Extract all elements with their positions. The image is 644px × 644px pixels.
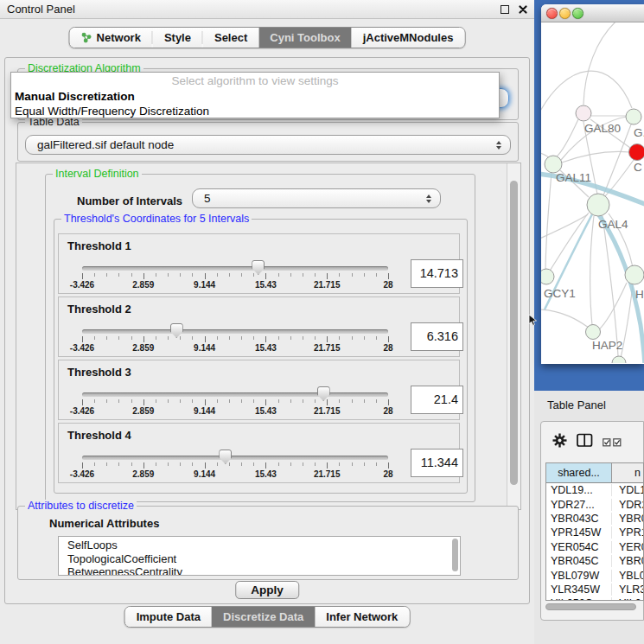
network-node[interactable]: [626, 109, 641, 124]
table-row[interactable]: YDL19...YDL1: [546, 483, 643, 497]
tab-cyni-toolbox[interactable]: Cyni Toolbox: [258, 28, 351, 48]
threshold-slider[interactable]: [82, 392, 388, 397]
tab-select[interactable]: Select: [203, 28, 258, 48]
table-row[interactable]: YLR345WYLR3: [546, 583, 643, 596]
network-edge[interactable]: [549, 213, 589, 272]
network-edge[interactable]: [545, 173, 552, 273]
close-traffic-light[interactable]: [546, 8, 558, 19]
cell-name[interactable]: YBR0: [612, 555, 643, 567]
threshold-value-field[interactable]: 14.713: [411, 259, 463, 288]
table-row[interactable]: YIL052CYIL0: [546, 596, 643, 601]
network-window[interactable]: GAL80G.CGAL11GAL4GCY1HHAP2: [541, 4, 644, 364]
threshold-value-field[interactable]: 6.316: [411, 322, 463, 351]
cell-shared-name[interactable]: YLR345W: [546, 583, 612, 596]
network-window-titlebar[interactable]: [541, 4, 644, 22]
vertical-scrollbar[interactable]: [507, 163, 520, 509]
cell-shared-name[interactable]: YDR27...: [546, 499, 612, 511]
network-node[interactable]: [612, 356, 626, 363]
tab-network[interactable]: Network: [70, 28, 152, 48]
cell-name[interactable]: YLR3: [612, 583, 643, 596]
network-node[interactable]: [545, 156, 562, 173]
zoom-traffic-light[interactable]: [572, 8, 583, 19]
network-node[interactable]: [625, 265, 644, 284]
column-header-shared-name[interactable]: shared...: [546, 463, 612, 482]
tab-infer-network[interactable]: Infer Network: [315, 607, 409, 627]
attr-items-container: SelfLoopsTopologicalCoefficientBetweenne…: [59, 539, 460, 576]
threshold-slider[interactable]: [82, 456, 388, 460]
network-edge[interactable]: [583, 22, 621, 105]
tab-discretize-data[interactable]: Discretize Data: [212, 607, 315, 627]
network-node[interactable]: [587, 194, 609, 216]
right-region: GAL80G.CGAL11GAL4GCY1HHAP2 Table Panel: [534, 0, 644, 644]
tab-jactivemnodules[interactable]: jActiveMNodules: [352, 28, 465, 48]
cell-name[interactable]: YDR2: [612, 499, 643, 511]
tab-label: Impute Data: [137, 610, 201, 623]
network-node[interactable]: [576, 105, 591, 121]
network-canvas[interactable]: GAL80G.CGAL11GAL4GCY1HHAP2: [541, 22, 644, 363]
network-desktop-background: GAL80G.CGAL11GAL4GCY1HHAP2: [534, 0, 644, 391]
cell-name[interactable]: YIL0: [612, 597, 643, 601]
horizontal-scrollbar[interactable]: [545, 603, 642, 612]
number-of-intervals-value: 5: [204, 192, 211, 205]
close-icon[interactable]: [518, 4, 527, 14]
threshold-value-field[interactable]: 11.344: [411, 449, 463, 477]
float-window-icon[interactable]: [501, 5, 509, 14]
apply-button[interactable]: Apply: [235, 581, 299, 599]
select-columns-icon[interactable]: [603, 438, 622, 447]
table-data-combobox[interactable]: galFiltered.sif default node: [25, 135, 511, 155]
cell-shared-name[interactable]: YDL19...: [546, 484, 612, 496]
table-row[interactable]: YER054CYER0: [546, 540, 643, 554]
cell-shared-name[interactable]: YIL052C: [546, 597, 612, 601]
cell-shared-name[interactable]: YPR145W: [546, 526, 612, 539]
horizontal-scrollbar-thumb[interactable]: [545, 603, 636, 610]
cell-shared-name[interactable]: YBR043C: [546, 513, 612, 525]
cell-name[interactable]: YPR1: [612, 526, 643, 539]
threshold-slider[interactable]: [82, 266, 388, 271]
list-scrollbar-thumb[interactable]: [452, 539, 458, 571]
network-edge[interactable]: [599, 283, 627, 329]
node-table[interactable]: shared... n YDL19...YDL1YDR27...YDR2YBR0…: [545, 462, 644, 601]
table-row[interactable]: YPR145WYPR1: [546, 526, 643, 539]
threshold-slider[interactable]: [82, 329, 388, 334]
table-panel-title: Table Panel: [547, 399, 606, 411]
cell-name[interactable]: YER0: [612, 541, 643, 553]
cell-shared-name[interactable]: YER054C: [546, 541, 612, 553]
threshold-panel: Threshold 3 -3.4262.8599.14415.4321.7152…: [58, 360, 460, 420]
slider-ticks: [82, 462, 388, 469]
gear-icon[interactable]: [552, 433, 567, 451]
attribute-list-item[interactable]: BetweennessCentrality: [59, 565, 460, 576]
network-edge[interactable]: [556, 119, 578, 157]
tab-style[interactable]: Style: [153, 28, 202, 48]
combo-arrows-icon: [496, 141, 501, 150]
network-edge[interactable]: [562, 152, 629, 163]
network-edge[interactable]: [541, 309, 589, 328]
column-header-name[interactable]: n: [612, 463, 643, 482]
split-columns-icon[interactable]: [577, 433, 593, 451]
algorithm-option[interactable]: Equal Width/Frequency Discretization: [11, 104, 499, 118]
table-row[interactable]: YDR27...YDR2: [546, 497, 643, 511]
algorithm-option[interactable]: Manual Discretization: [11, 89, 499, 104]
number-of-intervals-combobox[interactable]: 5: [192, 188, 441, 208]
tab-impute-data[interactable]: Impute Data: [125, 607, 212, 627]
network-node-label: GAL4: [598, 218, 628, 231]
network-graph[interactable]: GAL80G.CGAL11GAL4GCY1HHAP2: [541, 22, 644, 363]
minimize-traffic-light[interactable]: [559, 8, 571, 19]
table-row[interactable]: YBR043CYBR0: [546, 512, 643, 526]
network-node[interactable]: [586, 325, 601, 340]
attribute-list-item[interactable]: SelfLoops: [59, 539, 460, 552]
network-edge[interactable]: [590, 216, 594, 325]
attribute-list-item[interactable]: TopologicalCoefficient: [59, 552, 460, 566]
cell-name[interactable]: YBL0: [612, 570, 643, 582]
network-node[interactable]: [541, 269, 554, 284]
cell-shared-name[interactable]: YBL079W: [546, 570, 612, 582]
threshold-value-field[interactable]: 21.4: [411, 386, 463, 414]
numerical-attributes-list[interactable]: SelfLoopsTopologicalCoefficientBetweenne…: [58, 536, 461, 576]
cell-name[interactable]: YDL1: [612, 484, 643, 496]
network-node[interactable]: [629, 144, 644, 161]
cell-shared-name[interactable]: YBR045C: [546, 555, 612, 567]
table-row[interactable]: YBL079WYBL0: [546, 568, 643, 582]
table-row[interactable]: YBR045CYBR0: [546, 554, 643, 568]
vertical-scrollbar-thumb[interactable]: [510, 181, 518, 485]
network-edge[interactable]: [603, 124, 631, 195]
cell-name[interactable]: YBR0: [612, 513, 643, 525]
